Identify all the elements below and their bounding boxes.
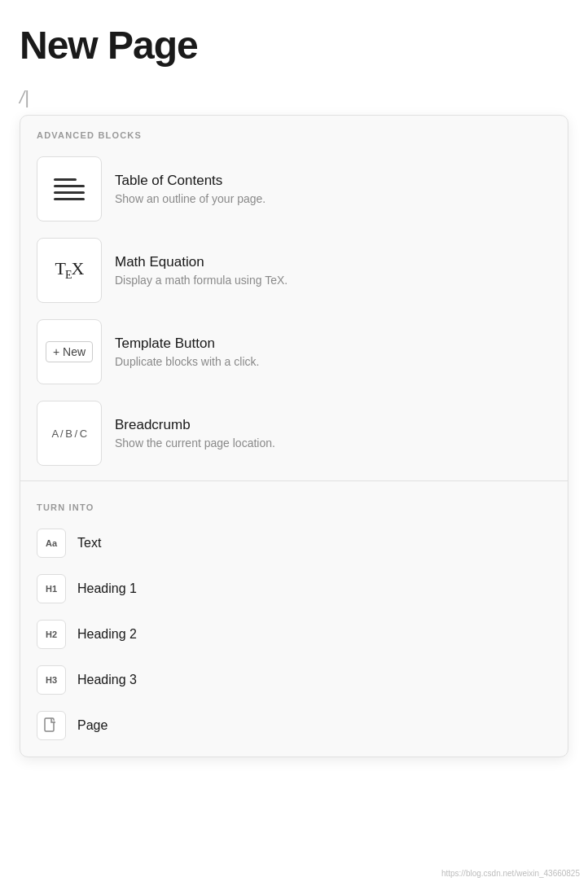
turn-into-text[interactable]: Aa Text xyxy=(20,520,568,566)
template-button-icon: + New xyxy=(37,319,102,384)
block-item-template-button[interactable]: + New Template Button Duplicate blocks w… xyxy=(20,311,568,393)
block-desc-template: Duplicate blocks with a click. xyxy=(115,355,259,368)
block-title-toc: Table of Contents xyxy=(115,173,265,189)
block-item-breadcrumb[interactable]: A / B / C Breadcrumb Show the current pa… xyxy=(20,393,568,474)
heading1-icon: H1 xyxy=(37,574,66,603)
text-icon: Aa xyxy=(37,529,66,558)
block-desc-breadcrumb: Show the current page location. xyxy=(115,436,275,450)
turn-into-page[interactable]: Page xyxy=(20,703,568,748)
turn-label-heading2: Heading 2 xyxy=(77,627,137,642)
block-title-template: Template Button xyxy=(115,336,259,352)
block-title-breadcrumb: Breadcrumb xyxy=(115,417,275,433)
turn-label-heading1: Heading 1 xyxy=(77,581,137,596)
block-title-math: Math Equation xyxy=(115,254,287,270)
turn-into-heading1[interactable]: H1 Heading 1 xyxy=(20,566,568,612)
block-desc-math: Display a math formula using TeX. xyxy=(115,274,287,287)
toc-icon xyxy=(37,156,102,222)
url-watermark: https://blog.csdn.net/weixin_43660825 xyxy=(441,869,580,878)
turn-into-section: TURN INTO Aa Text H1 Heading 1 H2 Headin… xyxy=(20,488,568,757)
turn-label-text: Text xyxy=(77,536,101,550)
page-icon xyxy=(37,711,66,740)
advanced-blocks-label: ADVANCED BLOCKS xyxy=(20,116,568,148)
block-picker-panel: ADVANCED BLOCKS Table of Contents Show a… xyxy=(20,115,568,757)
heading3-icon: H3 xyxy=(37,665,66,695)
tex-icon: TEX xyxy=(37,238,102,303)
turn-into-heading2[interactable]: H2 Heading 2 xyxy=(20,612,568,657)
turn-into-heading3[interactable]: H3 Heading 3 xyxy=(20,657,568,703)
section-divider xyxy=(20,480,568,481)
breadcrumb-icon: A / B / C xyxy=(37,401,102,466)
turn-label-page: Page xyxy=(77,718,108,733)
page-title: New Page xyxy=(0,0,588,81)
block-desc-toc: Show an outline of your page. xyxy=(115,192,265,205)
turn-into-label: TURN INTO xyxy=(20,488,568,520)
heading2-icon: H2 xyxy=(37,620,66,649)
slash-indicator: /| xyxy=(0,81,588,112)
turn-label-heading3: Heading 3 xyxy=(77,673,137,687)
block-item-math-equation[interactable]: TEX Math Equation Display a math formula… xyxy=(20,230,568,311)
block-item-table-of-contents[interactable]: Table of Contents Show an outline of you… xyxy=(20,148,568,230)
